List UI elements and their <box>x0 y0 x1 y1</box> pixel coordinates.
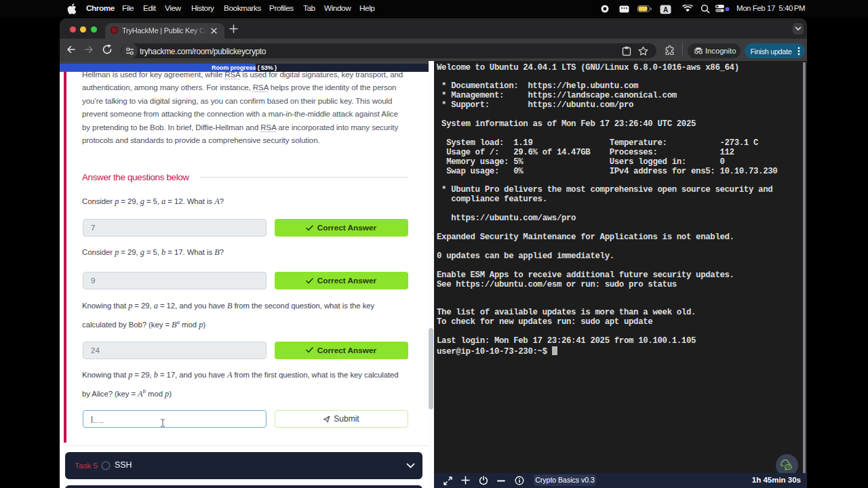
svg-text:A: A <box>663 5 668 13</box>
